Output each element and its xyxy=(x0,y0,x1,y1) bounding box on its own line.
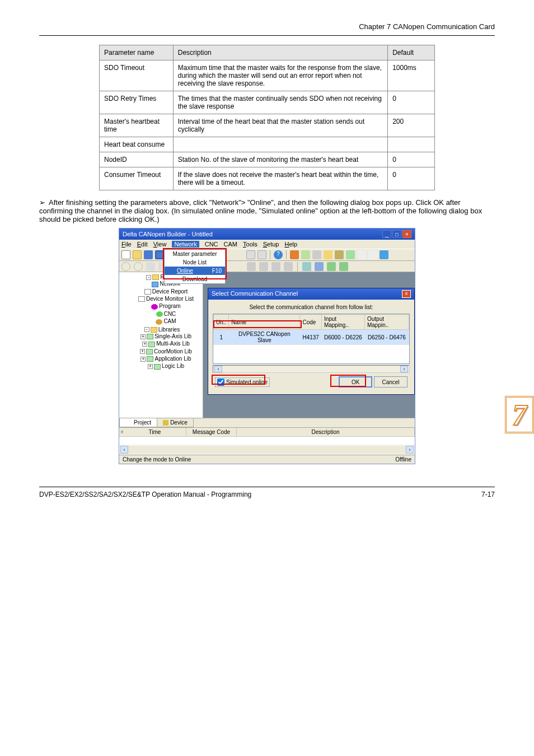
toolbar-icon[interactable] xyxy=(146,262,155,271)
download-icon[interactable] xyxy=(301,250,310,259)
expand-icon[interactable]: + xyxy=(142,342,147,347)
expand-icon[interactable]: + xyxy=(148,364,153,369)
col-code[interactable]: Code xyxy=(300,315,321,330)
msg-col-desc[interactable]: Description xyxy=(237,428,415,436)
menu-file[interactable]: File xyxy=(121,241,132,248)
footer-page: 7-17 xyxy=(481,491,495,498)
toolbar-icon[interactable] xyxy=(315,262,324,271)
monitor-icon xyxy=(138,296,145,302)
menu-setup[interactable]: Setup xyxy=(263,241,279,248)
expand-icon[interactable]: + xyxy=(140,349,145,354)
menu-edit[interactable]: Edit xyxy=(137,241,148,248)
checkbox[interactable] xyxy=(217,379,224,386)
scroll-right-icon[interactable]: › xyxy=(400,366,408,372)
menu-tools[interactable]: Tools xyxy=(243,241,257,248)
collapse-icon[interactable]: - xyxy=(144,327,149,332)
tree-device-monitor[interactable]: Device Monitor List xyxy=(146,296,194,302)
toolbar-icon[interactable] xyxy=(247,262,256,271)
channel-row[interactable]: 1 DVPES2C CANopen Slave H4137 D6000 - D6… xyxy=(214,330,409,345)
msg-col-time[interactable]: Time xyxy=(119,428,186,436)
tree-libraries[interactable]: Libraries xyxy=(158,326,180,333)
col-output[interactable]: Output Mappin.. xyxy=(364,315,409,330)
help-icon[interactable]: ? xyxy=(274,250,283,259)
toolbar-icon[interactable] xyxy=(368,250,377,259)
panel-close-icon[interactable]: × xyxy=(120,429,124,435)
cancel-button[interactable]: Cancel xyxy=(374,376,407,388)
msg-col-code[interactable]: Message Code xyxy=(186,428,237,436)
th-param-desc: Description xyxy=(173,45,387,60)
network-dropdown: Master parameter Node List OnlineF10 Dow… xyxy=(164,249,226,284)
scroll-left-icon[interactable]: ‹ xyxy=(214,366,222,372)
save-icon[interactable] xyxy=(144,250,153,259)
tree-device-report[interactable]: Device Report xyxy=(152,288,188,295)
scroll-right-icon[interactable]: › xyxy=(406,446,414,454)
col-name[interactable]: Name xyxy=(229,315,300,330)
expand-icon[interactable]: + xyxy=(140,334,146,339)
tree-lib-item[interactable]: Logic Lib xyxy=(162,363,184,369)
menu-item-node-list[interactable]: Node List xyxy=(165,258,225,267)
lib-icon xyxy=(147,334,153,339)
th-param-name: Parameter name xyxy=(100,45,174,60)
open-icon[interactable] xyxy=(133,250,142,259)
toolbar-icon[interactable] xyxy=(284,262,293,271)
save-all-icon[interactable] xyxy=(155,250,164,259)
channel-grid[interactable]: Un.. Name Code Input Mapping.. Output Ma… xyxy=(213,314,410,364)
new-icon[interactable] xyxy=(121,250,130,259)
instruction-paragraph: ➢After finishing setting the parameters … xyxy=(39,198,495,223)
toolbar-icon[interactable] xyxy=(346,250,355,259)
menu-network[interactable]: Network xyxy=(172,241,199,248)
menu-help[interactable]: Help xyxy=(284,241,297,248)
toolbar-icon[interactable] xyxy=(246,250,255,259)
col-un[interactable]: Un.. xyxy=(214,315,229,330)
zoom-out-icon[interactable] xyxy=(121,262,130,271)
dialog-titlebar[interactable]: Select Communication Channel × xyxy=(208,288,414,300)
menu-item-master-parameter[interactable]: Master parameter xyxy=(165,250,225,258)
grid-scrollbar[interactable]: ‹ › xyxy=(213,365,410,373)
message-scrollbar[interactable]: ‹ › xyxy=(119,445,415,455)
ok-button[interactable]: OK xyxy=(339,376,372,388)
message-panel: × Time Message Code Description ‹ › xyxy=(119,427,415,455)
tree-lib-item[interactable]: Application Lib xyxy=(154,356,191,362)
tab-project[interactable]: Project xyxy=(119,418,157,427)
close-button[interactable]: × xyxy=(402,230,411,238)
toolbar-icon[interactable] xyxy=(312,250,321,259)
tree-program[interactable]: Program xyxy=(159,303,180,309)
tree-cnc[interactable]: CNC xyxy=(164,311,176,317)
toolbar-icon[interactable] xyxy=(339,262,348,271)
toolbar-icon[interactable] xyxy=(327,262,336,271)
tab-device[interactable]: Device xyxy=(157,418,194,427)
col-input[interactable]: Input Mapping.. xyxy=(321,315,364,330)
zoom-in-icon[interactable] xyxy=(134,262,143,271)
tree-lib-item[interactable]: CoorMotion Lib xyxy=(154,348,192,354)
dialog-title: Select Communication Channel xyxy=(212,290,298,298)
menu-cam[interactable]: CAM xyxy=(224,241,237,248)
dialog-close-button[interactable]: × xyxy=(402,290,411,298)
menu-view[interactable]: View xyxy=(153,241,167,248)
lib-icon xyxy=(146,349,153,354)
menu-cnc[interactable]: CNC xyxy=(205,241,218,248)
toolbar-icon[interactable] xyxy=(259,262,268,271)
maximize-button[interactable]: □ xyxy=(392,230,401,238)
minimize-button[interactable]: _ xyxy=(382,230,391,238)
toolbar-icon[interactable] xyxy=(271,262,280,271)
window-titlebar[interactable]: Delta CANopen Builder - Untitled _ □ × xyxy=(119,228,415,240)
refresh-icon[interactable] xyxy=(380,250,388,259)
collapse-icon[interactable]: - xyxy=(146,275,151,280)
scroll-left-icon[interactable]: ‹ xyxy=(120,446,128,454)
expand-icon[interactable]: + xyxy=(140,357,146,362)
toolbar-icon[interactable] xyxy=(357,250,366,259)
tree-lib-item[interactable]: Multi-Axis Lib xyxy=(156,340,189,347)
menu-item-download[interactable]: Download xyxy=(165,275,225,283)
folder-icon xyxy=(151,327,157,333)
menu-item-online[interactable]: OnlineF10 xyxy=(165,267,225,275)
toolbar-icon[interactable] xyxy=(302,262,311,271)
simulated-online-checkbox[interactable]: Simulated online xyxy=(215,377,270,387)
tree-lib-item[interactable]: Single-Axis Lib xyxy=(154,333,191,339)
toolbar-icon[interactable] xyxy=(324,250,332,259)
toolbar-icon[interactable] xyxy=(335,250,344,259)
toolbar-icon[interactable] xyxy=(257,250,266,259)
window-title: Delta CANopen Builder - Untitled xyxy=(123,231,213,237)
comm-channel-dialog: Select Communication Channel × Select th… xyxy=(208,288,415,395)
online-icon[interactable] xyxy=(290,250,299,259)
tree-cam[interactable]: CAM xyxy=(163,318,176,324)
